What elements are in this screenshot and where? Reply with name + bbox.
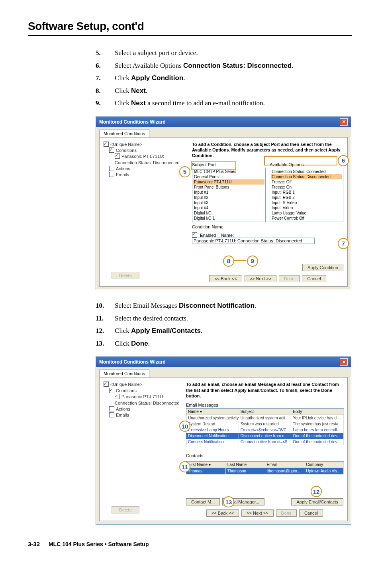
tree-emails: Emails [116, 172, 129, 177]
tree-cond-item: Panasonic PT-L711U: Connection Status: D… [115, 394, 180, 405]
step-11: 11.Select the desired contacts. [96, 313, 352, 324]
step-number: 11. [96, 313, 115, 324]
table-row[interactable]: Unauthorized system activityUnauthorized… [186, 415, 344, 421]
tab-monitored-conditions[interactable]: Monitored Conditions [99, 130, 149, 137]
callout-7: 7 [338, 238, 349, 249]
next-button[interactable]: >> Next >> [245, 275, 276, 282]
step-number: 8. [96, 86, 115, 96]
table-row[interactable]: Excessive Lamp HoursFrom ct=<$echo var="… [186, 427, 344, 433]
tree-conditions: Conditions [116, 148, 137, 153]
window-title: Monitored Conditions Wizard [99, 359, 166, 365]
column-header[interactable]: Subject [239, 409, 292, 415]
cancel-button[interactable]: Cancel [299, 509, 323, 517]
next-button[interactable]: >> Next >> [241, 509, 273, 517]
list-item[interactable]: Lamp Usage: Value [271, 210, 342, 216]
close-icon[interactable]: ✕ [340, 118, 348, 126]
available-options-label: Available Options [270, 162, 343, 167]
step-12: 12.Click Apply Email/Contacts. [96, 326, 352, 336]
list-item[interactable]: Input: RGB 2 [271, 195, 342, 200]
wizard-instructions: To add a Condition, choose a Subject Por… [192, 142, 343, 159]
list-item[interactable]: Input: S-Video [271, 200, 342, 205]
step-text: Select the desired contacts. [115, 313, 352, 324]
list-item[interactable]: Input: Video [271, 205, 342, 210]
apply-condition-button[interactable]: Apply Condition [302, 264, 343, 271]
step-text: Click Done. [115, 338, 352, 349]
table-row[interactable]: Connect NotificationConnect notice from … [186, 439, 344, 445]
list-item[interactable]: Digital I/O [193, 210, 264, 216]
list-item[interactable]: Power Control: Off [271, 216, 342, 221]
enabled-checkbox[interactable] [192, 232, 197, 238]
step-text: Select Email Messages Disconnect Notific… [115, 301, 352, 311]
email-messages-label: Email Messages [186, 403, 343, 407]
tree-emails: Emails [116, 413, 129, 417]
column-header[interactable]: Company [304, 462, 344, 468]
back-button[interactable]: << Back << [209, 275, 242, 282]
list-item[interactable]: Freeze: On [271, 185, 342, 190]
subject-port-list[interactable]: MLC 104 IP Plus SeriesGeneral PortsPanas… [192, 168, 266, 222]
list-item[interactable]: MLC 104 IP Plus Series [193, 169, 264, 174]
table-row[interactable]: System RestartSystem was restartedThe sy… [186, 421, 344, 427]
apply-email-contacts-button[interactable]: Apply Email/Contacts [291, 498, 343, 505]
callout-8: 8 [223, 256, 234, 267]
window-titlebar: Monitored Conditions Wizard ✕ [96, 357, 351, 367]
column-header[interactable]: First Name ▾ [186, 462, 226, 468]
step-13: 13.Click Done. [96, 338, 352, 349]
done-button[interactable]: Done [279, 275, 300, 282]
step-number: 5. [96, 48, 115, 58]
subject-port-label: Subject Port [192, 162, 266, 167]
done-button[interactable]: Done [276, 509, 297, 517]
footer-text: MLC 104 Plus Series • Software Setup [49, 541, 149, 547]
tree-cond-item: Panasonic PT-L711U: Connection Status: D… [115, 154, 180, 165]
list-item[interactable]: Freeze: Off [271, 179, 342, 185]
window-titlebar: Monitored Conditions Wizard ✕ [96, 117, 351, 127]
cancel-button[interactable]: Cancel [302, 275, 326, 282]
step-6: 6.Select Available Options Connection St… [96, 61, 352, 71]
delete-button[interactable]: Delete [112, 506, 139, 513]
window-title: Monitored Conditions Wizard [99, 119, 166, 125]
tab-monitored-conditions[interactable]: Monitored Conditions [99, 370, 149, 377]
callout-6: 6 [338, 155, 349, 166]
list-item[interactable]: Connection Status: Disconnected [271, 174, 342, 179]
list-item[interactable]: Input: RGB 1 [271, 190, 342, 195]
page-number: 3-32 [28, 541, 40, 547]
list-item[interactable]: Connection Status: Connected [271, 169, 342, 174]
condition-tree[interactable]: <Unique Name> Conditions Panasonic PT-L7… [104, 382, 181, 517]
contact-manager-button[interactable]: Contact M... [186, 498, 220, 505]
list-item[interactable]: Input #2 [193, 195, 264, 200]
list-item[interactable]: Panasonic PT-L711U [193, 179, 264, 185]
tab-bar: Monitored Conditions [96, 127, 351, 137]
step-5: 5.Select a subject port or device. [96, 48, 352, 58]
list-item[interactable]: Input #1 [193, 190, 264, 195]
delete-button[interactable]: Delete [112, 272, 139, 279]
list-item[interactable]: Input #4 [193, 205, 264, 210]
step-number: 10. [96, 301, 115, 311]
table-row[interactable]: Disconnect NotificationDisconnect notice… [186, 433, 344, 439]
column-header[interactable]: Name ▾ [186, 409, 239, 415]
available-options-list[interactable]: Connection Status: ConnectedConnection S… [270, 168, 343, 222]
email-messages-table[interactable]: Name ▾SubjectBodyUnauthorized system act… [186, 408, 344, 445]
step-number: 12. [96, 326, 115, 336]
callout-5: 5 [179, 166, 190, 177]
column-header[interactable]: Body [291, 409, 344, 415]
list-item[interactable]: Digital I/O 1 [193, 216, 264, 221]
list-item[interactable]: Power Control: On [271, 221, 342, 222]
condition-name-field[interactable] [192, 238, 315, 244]
column-header[interactable]: Email [265, 462, 305, 468]
tree-actions: Actions [116, 166, 130, 171]
table-row[interactable]: ThomasThompsontthompson@upto...Uptown Au… [186, 468, 344, 474]
screenshot-2: Monitored Conditions Wizard ✕ Monitored … [96, 356, 351, 525]
contacts-table[interactable]: First Name ▾Last NameEmailCompanyThomasT… [186, 461, 344, 474]
back-button[interactable]: << Back << [206, 509, 239, 517]
screenshot-1: Monitored Conditions Wizard ✕ Monitored … [96, 116, 351, 291]
column-header[interactable]: Last Name [226, 462, 265, 468]
tree-conditions: Conditions [116, 388, 137, 393]
list-item[interactable]: General Ports [193, 174, 264, 179]
list-item[interactable]: Front Panel Buttons [193, 185, 264, 190]
list-item[interactable]: Input #3 [193, 200, 264, 205]
close-icon[interactable]: ✕ [340, 358, 348, 366]
page-footer: 3-32 MLC 104 Plus Series • Software Setu… [28, 541, 352, 547]
step-7: 7.Click Apply Condition. [96, 73, 352, 83]
condition-tree[interactable]: <Unique Name> Conditions Panasonic PT-L7… [104, 142, 187, 283]
tree-root: <Unique Name> [110, 142, 142, 147]
steps-list-a: 5.Select a subject port or device.6.Sele… [96, 48, 352, 108]
